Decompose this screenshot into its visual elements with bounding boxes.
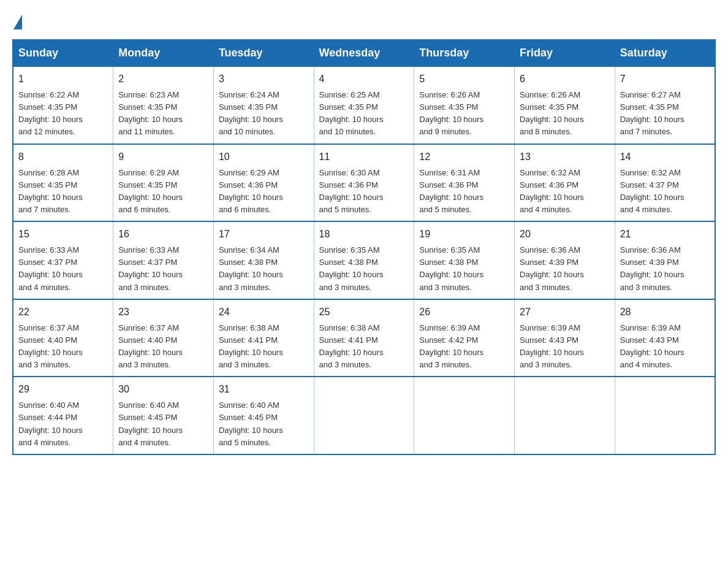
day-info: Sunrise: 6:39 AMSunset: 4:42 PMDaylight:… [419, 322, 509, 372]
daylight-value: and 3 minutes. [18, 360, 70, 369]
day-info: Sunrise: 6:29 AMSunset: 4:36 PMDaylight:… [219, 167, 309, 216]
sunset-text: Sunset: 4:36 PM [419, 180, 478, 190]
daylight-label: Daylight: 10 hours [520, 348, 584, 357]
daylight-value: and 5 minutes. [319, 205, 371, 214]
sunrise-text: Sunrise: 6:39 AM [520, 323, 580, 332]
daylight-value: and 4 minutes. [118, 438, 170, 447]
sunset-text: Sunset: 4:40 PM [18, 335, 77, 345]
day-info: Sunrise: 6:34 AMSunset: 4:38 PMDaylight:… [219, 244, 309, 294]
day-info: Sunrise: 6:37 AMSunset: 4:40 PMDaylight:… [118, 322, 208, 372]
day-number: 18 [319, 227, 409, 242]
sunrise-text: Sunrise: 6:40 AM [118, 400, 179, 410]
daylight-label: Daylight: 10 hours [18, 193, 83, 202]
day-number: 13 [520, 150, 610, 164]
sunrise-text: Sunrise: 6:40 AM [18, 400, 79, 410]
calendar-cell: 15Sunrise: 6:33 AMSunset: 4:37 PMDayligh… [13, 221, 113, 299]
day-info: Sunrise: 6:29 AMSunset: 4:35 PMDaylight:… [118, 167, 208, 216]
daylight-value: and 5 minutes. [419, 205, 471, 214]
day-info: Sunrise: 6:35 AMSunset: 4:38 PMDaylight:… [319, 244, 409, 294]
day-number: 7 [620, 72, 710, 86]
daylight-value: and 9 minutes. [419, 127, 471, 136]
sunrise-text: Sunrise: 6:40 AM [219, 400, 279, 410]
daylight-value: and 7 minutes. [18, 205, 70, 214]
day-info: Sunrise: 6:28 AMSunset: 4:35 PMDaylight:… [18, 167, 108, 216]
daylight-label: Daylight: 10 hours [118, 270, 183, 279]
daylight-label: Daylight: 10 hours [419, 348, 483, 357]
day-number: 15 [18, 227, 108, 242]
day-number: 19 [419, 227, 509, 242]
weekday-header-saturday: Saturday [615, 40, 715, 66]
calendar-table: SundayMondayTuesdayWednesdayThursdayFrid… [12, 39, 716, 455]
sunrise-text: Sunrise: 6:25 AM [319, 90, 380, 99]
daylight-value: and 5 minutes. [219, 438, 271, 447]
calendar-cell: 18Sunrise: 6:35 AMSunset: 4:38 PMDayligh… [314, 221, 414, 299]
daylight-label: Daylight: 10 hours [319, 348, 384, 357]
daylight-value: and 3 minutes. [319, 360, 371, 369]
sunset-text: Sunset: 4:38 PM [219, 258, 278, 267]
sunrise-text: Sunrise: 6:35 AM [419, 245, 480, 255]
daylight-value: and 10 minutes. [219, 127, 276, 136]
calendar-cell [515, 377, 615, 454]
calendar-cell: 5Sunrise: 6:26 AMSunset: 4:35 PMDaylight… [414, 66, 515, 144]
calendar-header-row: SundayMondayTuesdayWednesdayThursdayFrid… [13, 40, 715, 66]
daylight-label: Daylight: 10 hours [18, 426, 83, 435]
day-number: 16 [118, 227, 208, 242]
sunset-text: Sunset: 4:45 PM [219, 413, 278, 422]
calendar-cell: 27Sunrise: 6:39 AMSunset: 4:43 PMDayligh… [515, 299, 615, 377]
weekday-header-tuesday: Tuesday [213, 40, 314, 66]
daylight-label: Daylight: 10 hours [620, 270, 684, 279]
sunset-text: Sunset: 4:38 PM [319, 258, 378, 267]
sunset-text: Sunset: 4:41 PM [319, 335, 378, 345]
day-info: Sunrise: 6:38 AMSunset: 4:41 PMDaylight:… [319, 322, 409, 372]
sunset-text: Sunset: 4:41 PM [219, 335, 278, 345]
daylight-value: and 3 minutes. [419, 283, 471, 292]
daylight-value: and 3 minutes. [219, 283, 271, 292]
calendar-cell: 24Sunrise: 6:38 AMSunset: 4:41 PMDayligh… [213, 299, 314, 377]
sunrise-text: Sunrise: 6:33 AM [118, 245, 179, 255]
sunset-text: Sunset: 4:36 PM [219, 180, 278, 190]
day-info: Sunrise: 6:39 AMSunset: 4:43 PMDaylight:… [620, 322, 710, 372]
daylight-label: Daylight: 10 hours [18, 115, 83, 124]
day-number: 12 [419, 150, 509, 164]
sunset-text: Sunset: 4:38 PM [419, 258, 478, 267]
sunrise-text: Sunrise: 6:28 AM [18, 168, 79, 177]
sunrise-text: Sunrise: 6:38 AM [219, 323, 279, 332]
daylight-label: Daylight: 10 hours [620, 348, 684, 357]
daylight-label: Daylight: 10 hours [419, 270, 483, 279]
sunset-text: Sunset: 4:35 PM [219, 102, 278, 112]
day-info: Sunrise: 6:33 AMSunset: 4:37 PMDaylight:… [118, 244, 208, 294]
daylight-value: and 3 minutes. [520, 360, 572, 369]
day-info: Sunrise: 6:36 AMSunset: 4:39 PMDaylight:… [520, 244, 610, 294]
daylight-value: and 7 minutes. [620, 127, 672, 136]
calendar-cell: 1Sunrise: 6:22 AMSunset: 4:35 PMDaylight… [13, 66, 113, 144]
calendar-cell: 12Sunrise: 6:31 AMSunset: 4:36 PMDayligh… [414, 144, 515, 222]
sunrise-text: Sunrise: 6:33 AM [18, 245, 79, 255]
daylight-label: Daylight: 10 hours [219, 115, 283, 124]
weekday-header-friday: Friday [515, 40, 615, 66]
sunrise-text: Sunrise: 6:39 AM [419, 323, 480, 332]
daylight-label: Daylight: 10 hours [620, 193, 684, 202]
calendar-cell: 3Sunrise: 6:24 AMSunset: 4:35 PMDaylight… [213, 66, 314, 144]
day-number: 31 [219, 382, 309, 397]
calendar-week-row: 15Sunrise: 6:33 AMSunset: 4:37 PMDayligh… [13, 221, 715, 299]
day-number: 6 [520, 72, 610, 86]
sunset-text: Sunset: 4:37 PM [18, 258, 77, 267]
daylight-value: and 4 minutes. [520, 205, 572, 214]
calendar-body: 1Sunrise: 6:22 AMSunset: 4:35 PMDaylight… [13, 66, 715, 454]
day-info: Sunrise: 6:40 AMSunset: 4:45 PMDaylight:… [118, 399, 208, 449]
day-info: Sunrise: 6:32 AMSunset: 4:36 PMDaylight:… [520, 167, 610, 216]
day-info: Sunrise: 6:33 AMSunset: 4:37 PMDaylight:… [18, 244, 108, 294]
sunrise-text: Sunrise: 6:23 AM [118, 90, 179, 99]
daylight-label: Daylight: 10 hours [520, 193, 584, 202]
sunrise-text: Sunrise: 6:32 AM [620, 168, 681, 177]
calendar-cell [414, 377, 515, 454]
calendar-cell: 26Sunrise: 6:39 AMSunset: 4:42 PMDayligh… [414, 299, 515, 377]
calendar-cell: 20Sunrise: 6:36 AMSunset: 4:39 PMDayligh… [515, 221, 615, 299]
sunrise-text: Sunrise: 6:31 AM [419, 168, 480, 177]
sunrise-text: Sunrise: 6:26 AM [419, 90, 480, 99]
sunset-text: Sunset: 4:37 PM [118, 258, 177, 267]
calendar-cell: 4Sunrise: 6:25 AMSunset: 4:35 PMDaylight… [314, 66, 414, 144]
sunrise-text: Sunrise: 6:37 AM [118, 323, 179, 332]
daylight-value: and 4 minutes. [620, 205, 672, 214]
calendar-week-row: 29Sunrise: 6:40 AMSunset: 4:44 PMDayligh… [13, 377, 715, 454]
